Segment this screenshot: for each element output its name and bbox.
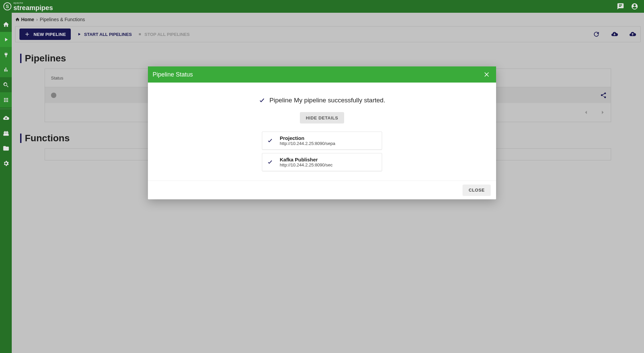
status-message: Pipeline My pipeline successfully starte… (269, 97, 385, 104)
dialog-title: Pipeline Status (153, 71, 193, 78)
detail-card: Kafka Publisher http://10.244.2.25:8090/… (262, 153, 382, 171)
detail-title: Kafka Publisher (280, 157, 377, 162)
detail-url: http://10.244.2.25:8090/sec (280, 162, 377, 167)
check-icon (259, 97, 265, 104)
hide-details-button[interactable]: HIDE DETAILS (300, 112, 344, 123)
detail-card: Projection http://10.244.2.25:8090/sepa (262, 132, 382, 150)
close-button[interactable]: CLOSE (463, 185, 491, 196)
detail-url: http://10.244.2.25:8090/sepa (280, 141, 377, 146)
check-icon (267, 138, 276, 144)
dialog-header: Pipeline Status (148, 66, 496, 83)
close-icon[interactable] (483, 70, 491, 79)
check-icon (267, 159, 276, 165)
dialog-footer: CLOSE (148, 181, 496, 199)
detail-title: Projection (280, 135, 377, 141)
status-message-line: Pipeline My pipeline successfully starte… (259, 97, 385, 104)
pipeline-status-dialog: Pipeline Status Pipeline My pipeline suc… (148, 66, 496, 199)
modal-overlay: Pipeline Status Pipeline My pipeline suc… (0, 0, 644, 353)
close-button-label: CLOSE (469, 188, 485, 193)
hide-details-label: HIDE DETAILS (306, 115, 338, 120)
